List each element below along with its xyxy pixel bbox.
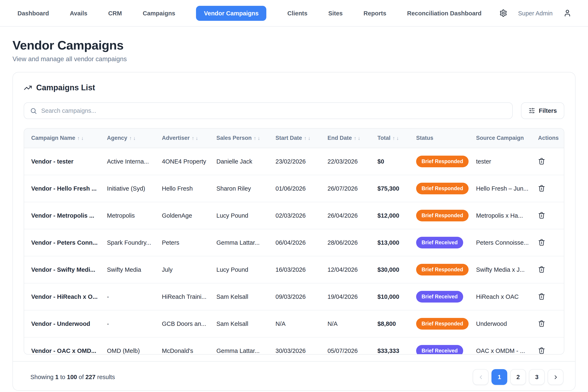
column-label: Sales Person [216, 135, 252, 141]
sort-arrows-icon[interactable]: ↑ ↓ [354, 136, 360, 141]
cell-advertiser: GCB Doors an... [155, 310, 209, 337]
page-button-3[interactable]: 3 [529, 369, 545, 385]
filters-button[interactable]: Filters [521, 102, 564, 119]
delete-campaign-button[interactable] [538, 347, 545, 354]
column-header-start-date[interactable]: Start Date↑ ↓ [268, 128, 320, 148]
nav-item-dashboard[interactable]: Dashboard [18, 10, 49, 16]
cell-start: 30/03/2026 [268, 337, 320, 354]
cell-agency: Initiative (Syd) [100, 175, 155, 202]
cell-start: 01/06/2026 [268, 175, 320, 202]
sort-arrows-icon[interactable]: ↑ ↓ [192, 136, 198, 141]
cell-source: Peters Connoisse... [469, 229, 531, 256]
page-header: Vendor Campaigns View and manage all ven… [0, 27, 588, 63]
toolbar: Filters [24, 102, 564, 119]
search-input[interactable] [41, 107, 506, 114]
column-header-campaign-name[interactable]: Campaign Name↑ ↓ [24, 128, 100, 148]
sort-arrows-icon[interactable]: ↑ ↓ [78, 136, 84, 141]
delete-campaign-button[interactable] [538, 158, 545, 165]
nav-item-crm[interactable]: CRM [108, 10, 122, 16]
nav-item-clients[interactable]: Clients [287, 10, 308, 16]
cell-start: 16/03/2026 [268, 256, 320, 283]
sort-arrows-icon[interactable]: ↑ ↓ [304, 136, 311, 141]
cell-campaign: Vendor - Hello Fresh ... [24, 175, 100, 202]
nav-item-vendor-campaigns[interactable]: Vendor Campaigns [196, 6, 266, 20]
nav-item-avails[interactable]: Avails [70, 10, 88, 16]
status-badge: Brief Received [416, 291, 463, 302]
cell-advertiser: GoldenAge [155, 202, 209, 229]
trending-up-icon [24, 84, 32, 92]
column-header-sales-person[interactable]: Sales Person↑ ↓ [209, 128, 268, 148]
trash-icon [538, 266, 545, 273]
sort-arrows-icon[interactable]: ↑ ↓ [392, 136, 399, 141]
cell-agency: OMD (Melb) [100, 337, 155, 354]
column-label: Agency [107, 135, 127, 141]
sliders-icon [528, 107, 535, 114]
cell-total: $75,300 [370, 175, 409, 202]
table-row: Vendor - Underwood-GCB Doors an...Sam Ke… [24, 310, 564, 337]
previous-page-button[interactable] [473, 369, 488, 385]
cell-end: 12/04/2026 [320, 256, 370, 283]
column-header-end-date[interactable]: End Date↑ ↓ [320, 128, 370, 148]
cell-agency: Metropolis [100, 202, 155, 229]
column-header-agency[interactable]: Agency↑ ↓ [100, 128, 155, 148]
column-header-advertiser[interactable]: Advertiser↑ ↓ [155, 128, 209, 148]
cell-status: Brief Responded [409, 202, 469, 229]
cell-campaign: Vendor - OAC x OMD... [24, 337, 100, 354]
table-row: Vendor - HiReach x O...-HiReach Traini..… [24, 283, 564, 310]
cell-status: Brief Responded [409, 148, 469, 175]
cell-end: 22/03/2026 [320, 148, 370, 175]
card-heading-label: Campaigns List [36, 83, 95, 92]
user-name-label[interactable]: Super Admin [518, 10, 553, 16]
cell-advertiser: 4ONE4 Property [155, 148, 209, 175]
cell-sales: Gemma Lattar... [209, 229, 268, 256]
status-badge: Brief Responded [416, 156, 468, 167]
delete-campaign-button[interactable] [538, 320, 545, 327]
page-title: Vendor Campaigns [12, 38, 576, 52]
delete-campaign-button[interactable] [538, 293, 545, 300]
column-header-actions: Actions [531, 128, 564, 148]
nav-item-reports[interactable]: Reports [364, 10, 386, 16]
cell-end: 19/04/2026 [320, 283, 370, 310]
column-header-total[interactable]: Total↑ ↓ [370, 128, 409, 148]
cell-sales: Sharon Riley [209, 175, 268, 202]
nav-item-reconciliation-dashboard[interactable]: Reconciliation Dashboard [407, 10, 482, 16]
cell-start: N/A [268, 310, 320, 337]
nav-item-campaigns[interactable]: Campaigns [143, 10, 175, 16]
cell-end: N/A [320, 310, 370, 337]
delete-campaign-button[interactable] [538, 185, 545, 192]
page-button-2[interactable]: 2 [510, 369, 526, 385]
page-button-1[interactable]: 1 [492, 369, 507, 385]
delete-campaign-button[interactable] [538, 212, 545, 219]
sort-arrows-icon[interactable]: ↑ ↓ [254, 136, 260, 141]
table-header-row: Campaign Name↑ ↓Agency↑ ↓Advertiser↑ ↓Sa… [24, 128, 564, 148]
column-header-status: Status [409, 128, 469, 148]
results-to: 100 [67, 374, 77, 380]
cell-status: Brief Received [409, 283, 469, 310]
page-subtitle: View and manage all vendor campaigns [12, 55, 576, 63]
cell-total: $8,800 [370, 310, 409, 337]
cell-campaign: Vendor - Peters Conn... [24, 229, 100, 256]
topbar-right: Super Admin [499, 9, 571, 17]
cell-total: $0 [370, 148, 409, 175]
user-icon [564, 9, 571, 17]
status-badge: Brief Responded [416, 318, 468, 329]
column-label: Total [378, 135, 390, 141]
column-header-source-campaign: Source Campaign [469, 128, 531, 148]
settings-button[interactable] [499, 9, 507, 17]
table-row: Vendor - Metropolis ...MetropolisGoldenA… [24, 202, 564, 229]
delete-campaign-button[interactable] [538, 239, 545, 246]
column-label: Status [416, 135, 434, 141]
cell-sales: Lucy Pound [209, 256, 268, 283]
chevron-left-icon [478, 374, 484, 380]
account-button[interactable] [564, 9, 571, 17]
next-page-button[interactable] [548, 369, 564, 385]
delete-campaign-button[interactable] [538, 266, 545, 273]
cell-campaign: Vendor - HiReach x O... [24, 283, 100, 310]
sort-arrows-icon[interactable]: ↑ ↓ [130, 136, 136, 141]
cell-source: HiReach x OAC [469, 283, 531, 310]
cell-campaign: Vendor - Underwood [24, 310, 100, 337]
cell-start: 06/04/2026 [268, 229, 320, 256]
cell-start: 02/03/2026 [268, 202, 320, 229]
cell-actions [531, 148, 564, 175]
nav-item-sites[interactable]: Sites [328, 10, 343, 16]
